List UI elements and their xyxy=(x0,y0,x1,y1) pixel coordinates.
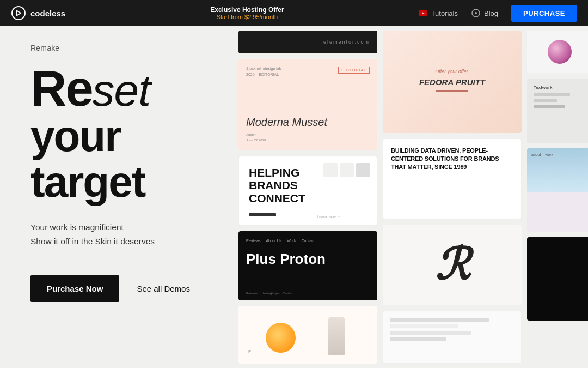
tutorials-link[interactable]: Tutorials xyxy=(418,8,458,18)
hero-subtitle: Your work is magnificient Show it off in… xyxy=(30,220,212,249)
logo-icon xyxy=(11,5,26,21)
logo[interactable]: codeless xyxy=(11,5,65,21)
blog-link[interactable]: Blog xyxy=(471,8,498,18)
demo-sphere[interactable] xyxy=(527,31,588,73)
demo-dark-header[interactable]: elementor.com xyxy=(238,31,377,53)
demo-moderna-musset[interactable]: Stockholmdesign lab 2020 EDITORIAL EDITO… xyxy=(238,59,377,150)
demo-plus-proton[interactable]: Reviews About Us Work Contact Plus Proto… xyxy=(238,231,377,300)
svg-point-4 xyxy=(475,12,477,14)
demo-pink-product[interactable]: Offer your offer. FEDORA PRUITT xyxy=(383,31,522,133)
wordpress-icon xyxy=(471,8,481,18)
remake-label: Remake xyxy=(30,44,212,52)
youtube-icon xyxy=(418,8,428,18)
demo-citrus[interactable]: F xyxy=(238,306,377,364)
navbar: codeless Exclusive Hosting Offer Start f… xyxy=(0,0,588,26)
demo-agencies[interactable]: HELPINGBRANDSCONNECT Learn more → xyxy=(238,156,377,226)
demo-geometric[interactable]: about work xyxy=(527,148,588,232)
main-content: Remake Reset your target Your work is ma… xyxy=(0,26,588,368)
svg-point-0 xyxy=(12,7,25,20)
hero-title-line1: Reset xyxy=(30,63,212,113)
hero-title-line2: your target xyxy=(30,113,212,205)
demo-sirio[interactable]: Sirio Berat ↗ xyxy=(527,237,588,321)
purchase-button[interactable]: Purchase Now xyxy=(30,275,119,302)
demo-data-driven[interactable]: BUILDING DATA DRIVEN, PEOPLE-CENTERED SO… xyxy=(383,138,522,219)
see-all-demos-button[interactable]: See all Demos xyxy=(137,284,190,293)
left-panel: Remake Reset your target Your work is ma… xyxy=(0,26,234,368)
demo-small-ad[interactable] xyxy=(383,311,522,364)
hero-title: Reset your target xyxy=(30,63,212,205)
right-panel: elementor.com Stockholmdesign lab 2020 E… xyxy=(234,26,588,368)
hosting-offer: Exclusive Hosting Offer Start from $2.95… xyxy=(210,6,284,20)
nav-links: Tutorials Blog xyxy=(418,8,498,18)
cta-row: Purchase Now See all Demos xyxy=(30,275,212,302)
demo-grey-text[interactable]: Textwork xyxy=(527,79,588,143)
demo-marble-r[interactable]: ℛ xyxy=(383,225,522,305)
nav-purchase-button[interactable]: PURCHASE xyxy=(511,5,577,22)
